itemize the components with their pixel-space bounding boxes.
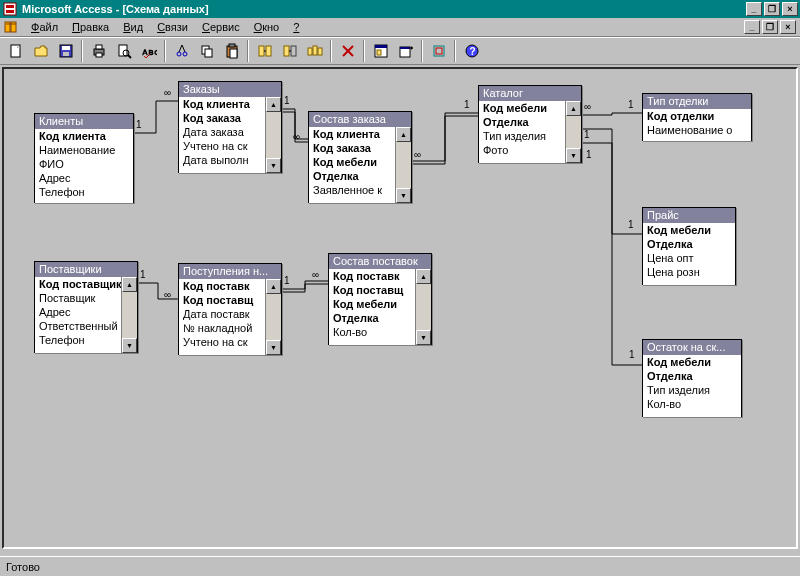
mdi-restore-button[interactable]: ❐ (762, 20, 778, 34)
menu-связи[interactable]: Связи (150, 19, 195, 35)
field[interactable]: Наименование о (643, 123, 751, 137)
table-title[interactable]: Тип отделки (643, 94, 751, 109)
table-title[interactable]: Заказы (179, 82, 281, 97)
field[interactable]: Цена опт (643, 251, 735, 265)
table-orders[interactable]: ЗаказыКод клиентаКод заказаДата заказаУч… (178, 81, 282, 173)
maximize-button[interactable]: ❐ (764, 2, 780, 16)
scroll-down-icon[interactable]: ▼ (122, 338, 137, 353)
field[interactable]: Тип изделия (643, 383, 741, 397)
field[interactable]: Дата выполн (179, 153, 265, 167)
table-title[interactable]: Остаток на ск... (643, 340, 741, 355)
field[interactable]: Телефон (35, 333, 121, 347)
field[interactable]: Код мебели (309, 155, 395, 169)
field[interactable]: Адрес (35, 171, 133, 185)
table-title[interactable]: Поступления н... (179, 264, 281, 279)
field[interactable]: Учтено на ск (179, 139, 265, 153)
scroll-down-icon[interactable]: ▼ (266, 340, 281, 355)
scroll-down-icon[interactable]: ▼ (266, 158, 281, 173)
toolbar-new-object-button[interactable] (394, 40, 417, 62)
table-title[interactable]: Клиенты (35, 114, 133, 129)
field[interactable]: Фото (479, 143, 565, 157)
table-clients[interactable]: КлиентыКод клиентаНаименованиеФИОАдресТе… (34, 113, 134, 203)
field[interactable]: Код клиента (35, 129, 133, 143)
field[interactable]: Учтено на ск (179, 335, 265, 349)
field[interactable]: Отделка (309, 169, 395, 183)
field[interactable]: Кол-во (329, 325, 415, 339)
table-title[interactable]: Прайс (643, 208, 735, 223)
field[interactable]: Код мебели (643, 223, 735, 237)
toolbar-print-button[interactable] (87, 40, 110, 62)
field[interactable]: Тип изделия (479, 129, 565, 143)
scrollbar[interactable]: ▲▼ (121, 277, 137, 353)
table-suppliers[interactable]: ПоставщикиКод поставщикаПоставщикАдресОт… (34, 261, 138, 353)
scrollbar[interactable]: ▲▼ (395, 127, 411, 203)
field[interactable]: Отделка (643, 369, 741, 383)
toolbar-open-button[interactable] (29, 40, 52, 62)
toolbar-new-button[interactable] (4, 40, 27, 62)
field[interactable]: Код мебели (479, 101, 565, 115)
toolbar-spell-button[interactable]: ᴀʙᴄ (137, 40, 160, 62)
field[interactable]: Отделка (479, 115, 565, 129)
scrollbar[interactable]: ▲▼ (265, 97, 281, 173)
field[interactable]: Дата заказа (179, 125, 265, 139)
scrollbar[interactable]: ▲▼ (565, 101, 581, 163)
menu-вид[interactable]: Вид (116, 19, 150, 35)
toolbar-help-button[interactable]: ? (460, 40, 483, 62)
toolbar-db-window-button[interactable] (369, 40, 392, 62)
field[interactable]: Отделка (329, 311, 415, 325)
scroll-up-icon[interactable]: ▲ (266, 279, 281, 294)
field[interactable]: Адрес (35, 305, 121, 319)
toolbar-show-table-button[interactable] (253, 40, 276, 62)
field[interactable]: Код отделки (643, 109, 751, 123)
mdi-close-button[interactable]: × (780, 20, 796, 34)
scroll-up-icon[interactable]: ▲ (566, 101, 581, 116)
field[interactable]: Код мебели (329, 297, 415, 311)
field[interactable]: Код заказа (179, 111, 265, 125)
menu-правка[interactable]: Правка (65, 19, 116, 35)
table-title[interactable]: Каталог (479, 86, 581, 101)
scroll-up-icon[interactable]: ▲ (122, 277, 137, 292)
field[interactable]: Наименование (35, 143, 133, 157)
table-title[interactable]: Состав заказа (309, 112, 411, 127)
field[interactable]: Кол-во (643, 397, 741, 411)
table-price[interactable]: ПрайсКод мебелиОтделкаЦена оптЦена розн (642, 207, 736, 285)
scroll-down-icon[interactable]: ▼ (416, 330, 431, 345)
toolbar-copy-button[interactable] (195, 40, 218, 62)
toolbar-delete-button[interactable] (336, 40, 359, 62)
menu-окно[interactable]: Окно (247, 19, 287, 35)
field[interactable]: Телефон (35, 185, 133, 199)
scrollbar[interactable]: ▲▼ (265, 279, 281, 355)
relationships-canvas[interactable]: КлиентыКод клиентаНаименованиеФИОАдресТе… (2, 67, 798, 549)
field[interactable]: Код поставщика (35, 277, 121, 291)
toolbar-show-direct-button[interactable] (278, 40, 301, 62)
table-order_items[interactable]: Состав заказаКод клиентаКод заказаКод ме… (308, 111, 412, 203)
menu-сервис[interactable]: Сервис (195, 19, 247, 35)
field[interactable]: Цена розн (643, 265, 735, 279)
table-title[interactable]: Состав поставок (329, 254, 431, 269)
toolbar-preview-button[interactable] (112, 40, 135, 62)
table-supplies[interactable]: Поступления н...Код поставкКод поставщДа… (178, 263, 282, 355)
toolbar-save-button[interactable] (54, 40, 77, 62)
field[interactable]: ФИО (35, 157, 133, 171)
table-catalog[interactable]: КаталогКод мебелиОтделкаТип изделияФото▲… (478, 85, 582, 163)
table-supply_items[interactable]: Состав поставокКод поставкКод поставщКод… (328, 253, 432, 345)
field[interactable]: Код клиента (179, 97, 265, 111)
field[interactable]: Код поставк (329, 269, 415, 283)
field[interactable]: № накладной (179, 321, 265, 335)
scrollbar[interactable]: ▲▼ (415, 269, 431, 345)
mdi-icon[interactable] (4, 20, 18, 34)
field[interactable]: Ответственный (35, 319, 121, 333)
field[interactable]: Код заказа (309, 141, 395, 155)
scroll-up-icon[interactable]: ▲ (266, 97, 281, 112)
menu-?[interactable]: ? (286, 19, 306, 35)
menu-файл[interactable]: Файл (24, 19, 65, 35)
toolbar-show-all-button[interactable] (303, 40, 326, 62)
minimize-button[interactable]: _ (746, 2, 762, 16)
scroll-down-icon[interactable]: ▼ (396, 188, 411, 203)
table-stock[interactable]: Остаток на ск...Код мебелиОтделкаТип изд… (642, 339, 742, 417)
mdi-minimize-button[interactable]: _ (744, 20, 760, 34)
field[interactable]: Код поставк (179, 279, 265, 293)
field[interactable]: Код мебели (643, 355, 741, 369)
scroll-up-icon[interactable]: ▲ (416, 269, 431, 284)
table-title[interactable]: Поставщики (35, 262, 137, 277)
